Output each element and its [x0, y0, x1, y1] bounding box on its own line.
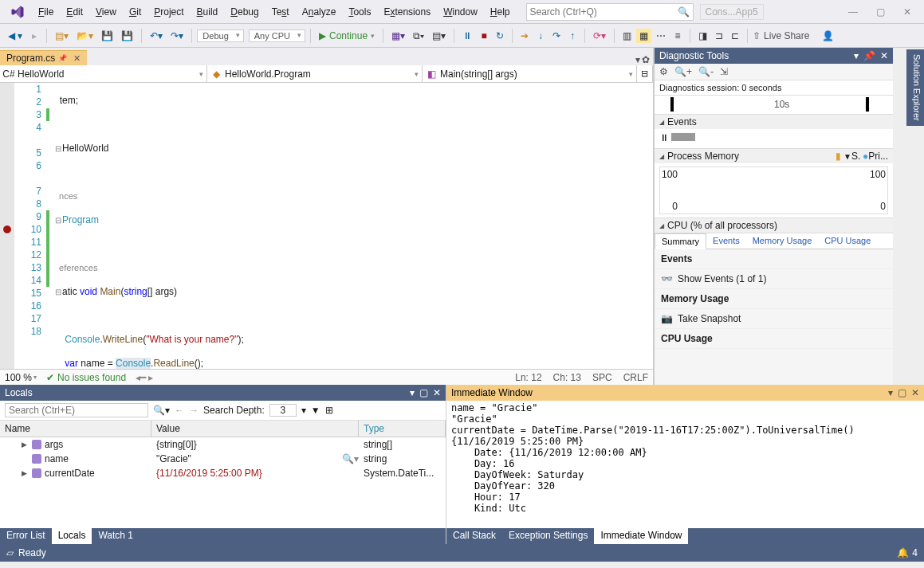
take-snapshot-link[interactable]: 📷Take Snapshot — [655, 309, 893, 329]
hot-reload-icon[interactable]: ⟳▾ — [590, 29, 609, 43]
redo-icon[interactable]: ↷▾ — [167, 29, 187, 43]
panel-dropdown-icon[interactable]: ▾ — [854, 50, 859, 61]
menu-edit[interactable]: Edit — [60, 3, 89, 21]
indent-mode[interactable]: SPC — [592, 372, 612, 383]
solution-explorer-tab[interactable]: Solution Explorer — [906, 49, 924, 126]
tool-a-icon[interactable]: ▥ — [619, 29, 635, 43]
menu-window[interactable]: Window — [437, 3, 484, 21]
maximize-button[interactable]: ▢ — [867, 2, 894, 22]
pause-icon[interactable]: ⏸ — [459, 29, 475, 43]
save-icon[interactable]: 💾 — [98, 29, 116, 43]
menu-build[interactable]: Build — [191, 3, 225, 21]
nav-back-icon[interactable]: ◀ ▾ — [5, 29, 26, 43]
tab-watch1[interactable]: Watch 1 — [92, 528, 140, 544]
config-dropdown[interactable]: Debug — [197, 29, 243, 42]
pin-icon[interactable]: 📌 — [58, 54, 67, 62]
imm-close-icon[interactable]: ✕ — [911, 387, 919, 398]
menu-extensions[interactable]: Extensions — [377, 3, 437, 21]
close-button[interactable]: ✕ — [894, 2, 921, 22]
issues-indicator[interactable]: ✔ No issues found — [46, 372, 126, 383]
menu-file[interactable]: File — [32, 3, 60, 21]
tab-memory[interactable]: Memory Usage — [746, 233, 819, 249]
nav-method[interactable]: ◧ Main(string[] args)▾ — [423, 65, 637, 82]
locals-row[interactable]: name "Gracie" 🔍▾ string — [0, 452, 446, 466]
preview-icon[interactable]: ◂━ ▸ — [136, 372, 153, 383]
live-share-button[interactable]: ⇧ Live Share — [753, 30, 809, 41]
file-tab-program[interactable]: Program.cs 📌 ✕ — [0, 50, 87, 65]
col-value[interactable]: Value — [151, 421, 359, 437]
tab-summary[interactable]: Summary — [655, 233, 706, 249]
search-input[interactable] — [530, 6, 678, 18]
tool-c-icon[interactable]: ⋯ — [653, 29, 669, 43]
stack-icon[interactable]: ▤▾ — [429, 29, 449, 43]
menu-git[interactable]: Git — [123, 3, 147, 21]
line-ending[interactable]: CRLF — [623, 372, 648, 383]
col-type[interactable]: Type — [359, 421, 446, 437]
menu-analyze[interactable]: Analyze — [296, 3, 343, 21]
locals-pin-icon[interactable]: ▢ — [419, 387, 428, 398]
step-over-icon[interactable]: ↷ — [549, 29, 564, 43]
tool-e-icon[interactable]: ⊐ — [712, 29, 726, 43]
step-into-icon[interactable]: ↓ — [533, 29, 548, 43]
feedback-icon[interactable]: 👤 — [819, 29, 837, 43]
tab-overflow-icon[interactable]: ▾ — [635, 54, 640, 65]
panel-pin-icon[interactable]: 📌 — [863, 50, 875, 61]
memory-section-header[interactable]: Process Memory ▮ ▼S. ●Pri... — [655, 149, 893, 163]
panel-close-icon[interactable]: ✕ — [880, 50, 888, 61]
zoom-level[interactable]: 100 % — [5, 372, 37, 383]
save-all-icon[interactable]: 💾 — [118, 29, 136, 43]
menu-test[interactable]: Test — [265, 3, 296, 21]
process-icon[interactable]: ▦▾ — [388, 29, 408, 43]
tab-cpu[interactable]: CPU Usage — [818, 233, 877, 249]
restart-icon[interactable]: ↻ — [493, 29, 507, 43]
menu-project[interactable]: Project — [147, 3, 190, 21]
events-pause-icon[interactable]: ⏸ — [659, 132, 669, 143]
col-name[interactable]: Name — [0, 421, 151, 437]
menu-debug[interactable]: Debug — [224, 3, 265, 21]
diag-settings-icon[interactable]: ⚙ — [659, 66, 668, 77]
imm-pin-icon[interactable]: ▢ — [898, 387, 906, 398]
close-tab-icon[interactable]: ✕ — [73, 53, 81, 64]
minimize-button[interactable]: — — [839, 2, 867, 22]
step-out-icon[interactable]: ↑ — [565, 29, 580, 43]
imm-dropdown-icon[interactable]: ▾ — [888, 387, 893, 398]
stop-icon[interactable]: ■ — [477, 29, 491, 43]
undo-icon[interactable]: ↶▾ — [147, 29, 166, 43]
menu-help[interactable]: Help — [484, 3, 517, 21]
tab-settings-icon[interactable]: ✿ — [642, 54, 650, 65]
tab-exception[interactable]: Exception Settings — [502, 528, 594, 544]
breakpoint-icon[interactable] — [2, 225, 12, 234]
platform-dropdown[interactable]: Any CPU — [249, 29, 305, 42]
quick-search[interactable]: 🔍 — [526, 3, 694, 21]
diag-zoomin-icon[interactable]: 🔍+ — [674, 66, 692, 77]
nav-namespace[interactable]: C# HelloWorld▾ — [0, 65, 207, 82]
tool-b-icon[interactable]: ▦ — [636, 29, 651, 43]
bookmark-icon[interactable]: ◨ — [695, 29, 710, 43]
show-events-link[interactable]: 👓Show Events (1 of 1) — [655, 269, 893, 289]
tab-error-list[interactable]: Error List — [0, 528, 52, 544]
code-editor[interactable]: 1234 56 78910 11121314 15161718 tem; ⊟He… — [0, 83, 653, 369]
diag-zoomout-icon[interactable]: 🔍- — [698, 66, 714, 77]
search-depth-input[interactable]: 3 — [269, 404, 297, 417]
immediate-body[interactable]: name = "Gracie" "Gracie" currentDate = D… — [446, 401, 924, 528]
locals-search-input[interactable] — [5, 403, 148, 417]
tool-d-icon[interactable]: ≡ — [670, 29, 685, 43]
locals-nav-back-icon[interactable]: ← — [175, 405, 184, 416]
diag-timeline[interactable]: 10s — [655, 96, 893, 115]
locals-dropdown-icon[interactable]: ▾ — [410, 387, 415, 398]
locals-tree-icon[interactable]: ⊞ — [325, 405, 333, 416]
locals-close-icon[interactable]: ✕ — [433, 387, 441, 398]
tab-callstack[interactable]: Call Stack — [446, 528, 502, 544]
new-project-icon[interactable]: ▤▾ — [52, 29, 72, 43]
tool-f-icon[interactable]: ⊏ — [728, 29, 742, 43]
show-next-icon[interactable]: ➔ — [517, 29, 532, 43]
events-section-header[interactable]: Events — [655, 115, 893, 129]
menu-tools[interactable]: Tools — [342, 3, 377, 21]
locals-row[interactable]: ▶args {string[0]} string[] — [0, 437, 446, 452]
thread-icon[interactable]: ⧉▾ — [410, 29, 427, 43]
locals-nav-fwd-icon[interactable]: → — [189, 405, 199, 416]
tab-events[interactable]: Events — [706, 233, 746, 249]
diag-reset-icon[interactable]: ⇲ — [720, 66, 728, 77]
continue-button[interactable]: ▶Continue▾ — [316, 30, 378, 41]
nav-fwd-icon[interactable]: ▸ — [27, 29, 41, 43]
